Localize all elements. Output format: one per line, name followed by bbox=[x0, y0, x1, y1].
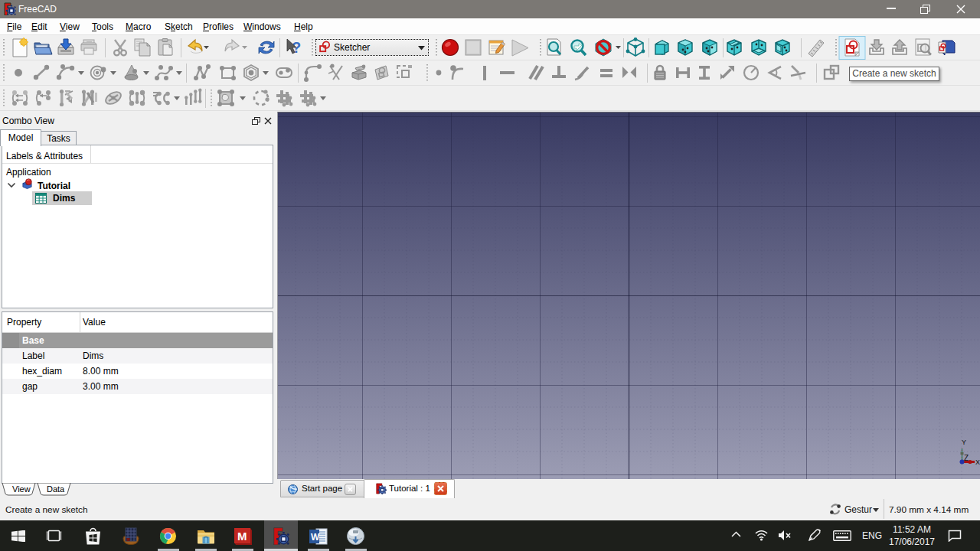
svg-text:Y: Y bbox=[962, 439, 966, 446]
svg-text:W: W bbox=[311, 532, 320, 543]
svg-text:Z: Z bbox=[964, 454, 969, 462]
svg-text:M: M bbox=[237, 530, 247, 543]
svg-text:Data: Data bbox=[47, 484, 65, 494]
svg-text:View: View bbox=[12, 484, 31, 494]
svg-text:X: X bbox=[975, 458, 980, 466]
